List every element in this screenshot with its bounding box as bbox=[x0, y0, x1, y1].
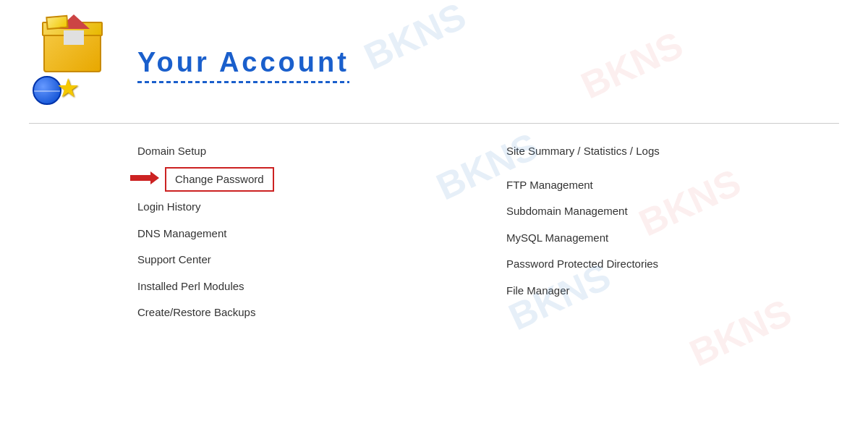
menu-item-perl-modules[interactable]: Installed Perl Modules bbox=[130, 273, 470, 300]
menu-item-dns-management[interactable]: DNS Management bbox=[130, 221, 470, 247]
box-icon bbox=[43, 29, 101, 72]
menu-item-login-history[interactable]: Login History bbox=[130, 194, 470, 221]
menu-item-domain-setup[interactable]: Domain Setup bbox=[130, 138, 470, 165]
menu-item-file-manager[interactable]: File Manager bbox=[499, 278, 839, 305]
logo: ★ bbox=[29, 22, 123, 109]
menu-item-ftp-management[interactable]: FTP Management bbox=[499, 172, 839, 199]
main-content: Domain Setup Change Password Login Histo… bbox=[0, 124, 868, 341]
box-flap-icon bbox=[46, 15, 68, 30]
right-menu: Site Summary / Statistics / Logs FTP Man… bbox=[470, 138, 839, 326]
menu-item-change-password[interactable]: Change Password bbox=[165, 167, 274, 192]
svg-marker-0 bbox=[130, 171, 159, 184]
page-title: Your Account bbox=[137, 47, 349, 83]
menu-item-support-center[interactable]: Support Center bbox=[130, 247, 470, 273]
arrow-icon bbox=[130, 170, 159, 188]
menu-item-subdomain-management[interactable]: Subdomain Management bbox=[499, 198, 839, 225]
menu-item-mysql-management[interactable]: MySQL Management bbox=[499, 225, 839, 252]
menu-item-site-summary[interactable]: Site Summary / Statistics / Logs bbox=[499, 138, 839, 165]
star-icon: ★ bbox=[56, 75, 80, 101]
change-password-row: Change Password bbox=[130, 167, 470, 192]
house-body-icon bbox=[64, 30, 84, 45]
left-menu: Domain Setup Change Password Login Histo… bbox=[130, 138, 470, 326]
menu-item-backups[interactable]: Create/Restore Backups bbox=[130, 299, 470, 326]
header: ★ Your Account bbox=[0, 0, 868, 123]
title-text: Your Account bbox=[137, 47, 349, 83]
menu-item-password-protected[interactable]: Password Protected Directories bbox=[499, 251, 839, 278]
